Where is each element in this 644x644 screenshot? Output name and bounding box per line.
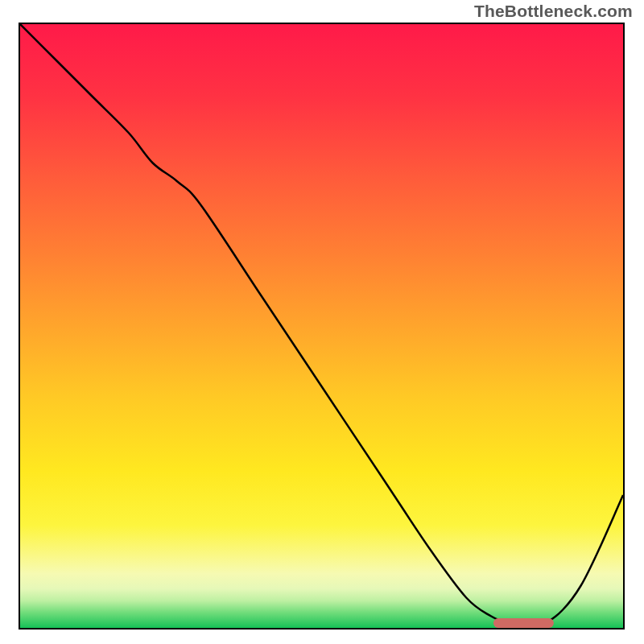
bottleneck-curve [20,24,623,625]
chart-frame: TheBottleneck.com [0,0,644,644]
curve-layer [20,24,623,628]
plot-area [19,23,625,630]
optimal-flat-band [493,618,554,628]
watermark-text: TheBottleneck.com [474,2,633,21]
